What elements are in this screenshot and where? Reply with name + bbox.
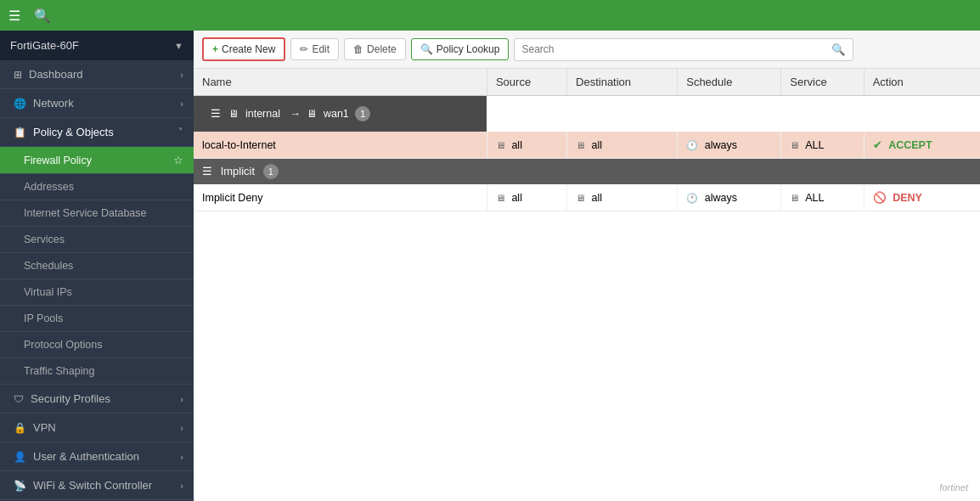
user-auth-icon: 👤 xyxy=(14,451,26,463)
device-chevron: ▼ xyxy=(174,41,183,51)
search-submit-button[interactable]: 🔍 xyxy=(825,39,853,60)
sidebar-item-internet-service-db[interactable]: Internet Service Database xyxy=(0,200,194,227)
cell-service: 🖥 ALL xyxy=(781,132,864,159)
accept-icon: ✔ xyxy=(873,139,882,151)
table-header-row: Name Source Destination Schedule Service… xyxy=(194,69,980,96)
group-from-icon: 🖥 xyxy=(228,108,239,120)
source-icon: 🖥 xyxy=(496,193,505,203)
addresses-label: Addresses xyxy=(24,181,74,193)
sidebar-item-services[interactable]: Services xyxy=(0,227,194,253)
cell-service: 🖥 ALL xyxy=(781,184,864,211)
cell-source: 🖥 all xyxy=(487,184,566,211)
schedule-icon: 🕐 xyxy=(686,193,698,203)
cell-schedule: 🕐 always xyxy=(678,132,781,159)
table-row[interactable]: Implicit Deny 🖥 all 🖥 all 🕐 always xyxy=(194,184,980,211)
sidebar-item-addresses[interactable]: Addresses xyxy=(0,174,194,200)
action-value: ACCEPT xyxy=(888,139,932,151)
network-chevron: › xyxy=(180,99,183,109)
schedule-icon: 🕐 xyxy=(686,140,698,150)
policy-lookup-icon: 🔍 xyxy=(420,43,433,55)
cell-destination: 🖥 all xyxy=(567,132,678,159)
sidebar-item-protocol-options[interactable]: Protocol Options xyxy=(0,332,194,358)
service-icon: 🖥 xyxy=(790,140,799,150)
sidebar-item-policy-objects-label: Policy & Objects xyxy=(33,126,114,138)
group-collapse-icon[interactable]: ☰ xyxy=(211,108,221,120)
implicit-label: Implicit xyxy=(221,165,255,177)
sidebar-item-traffic-shaping[interactable]: Traffic Shaping xyxy=(0,358,194,385)
policy-lookup-button[interactable]: 🔍 Policy Lookup xyxy=(411,38,510,60)
edit-button[interactable]: ✏ Edit xyxy=(290,38,339,60)
sidebar-item-policy-objects[interactable]: 📋 Policy & Objects ˅ xyxy=(0,118,194,147)
policy-objects-icon: 📋 xyxy=(14,127,26,138)
schedule-value: always xyxy=(705,139,737,151)
table-row[interactable]: local-to-Internet 🖥 all 🖥 all 🕐 always xyxy=(194,132,980,159)
group-to-icon: 🖥 xyxy=(307,108,317,120)
sidebar-item-security-profiles[interactable]: 🛡 Security Profiles › xyxy=(0,385,194,414)
sidebar-item-user-auth[interactable]: 👤 User & Authentication › xyxy=(0,442,194,471)
toolbar: + Create New ✏ Edit 🗑 Delete 🔍 Policy Lo… xyxy=(194,31,980,69)
sidebar-item-network[interactable]: 🌐 Network › xyxy=(0,89,194,118)
deny-icon: 🚫 xyxy=(873,192,887,204)
service-value: ALL xyxy=(805,139,824,151)
edit-icon: ✏ xyxy=(300,43,308,55)
group-badge: 1 xyxy=(355,106,370,121)
delete-button[interactable]: 🗑 Delete xyxy=(344,38,406,60)
sidebar-item-schedules[interactable]: Schedules xyxy=(0,253,194,279)
topbar: ☰ 🔍 xyxy=(0,0,980,31)
group-to-label: wan1 xyxy=(324,108,349,120)
sidebar-item-virtual-ips[interactable]: Virtual IPs xyxy=(0,279,194,306)
cell-source: 🖥 all xyxy=(487,132,566,159)
sidebar-item-dashboard-label: Dashboard xyxy=(29,68,83,81)
col-source: Source xyxy=(487,69,566,96)
main-layout: FortiGate-60F ▼ ⊞ Dashboard › 🌐 Network … xyxy=(0,31,980,501)
device-selector[interactable]: FortiGate-60F ▼ xyxy=(0,31,194,60)
traffic-shaping-label: Traffic Shaping xyxy=(24,365,94,377)
sidebar: FortiGate-60F ▼ ⊞ Dashboard › 🌐 Network … xyxy=(0,31,194,501)
service-value: ALL xyxy=(805,192,824,204)
service-icon: 🖥 xyxy=(790,193,799,203)
wifi-switch-chevron: › xyxy=(180,481,183,491)
protocol-options-label: Protocol Options xyxy=(24,339,102,351)
col-service: Service xyxy=(781,69,864,96)
services-label: Services xyxy=(24,234,65,245)
col-name: Name xyxy=(194,69,487,96)
cell-name: local-to-Internet xyxy=(194,132,487,159)
sidebar-item-ip-pools[interactable]: IP Pools xyxy=(0,306,194,332)
wifi-switch-icon: 📡 xyxy=(14,480,26,492)
schedules-label: Schedules xyxy=(24,260,73,272)
sidebar-item-dashboard[interactable]: ⊞ Dashboard › xyxy=(0,60,194,89)
search-input[interactable] xyxy=(515,39,825,59)
action-value: DENY xyxy=(893,192,922,204)
edit-label: Edit xyxy=(312,43,329,55)
implicit-badge: 1 xyxy=(263,164,279,179)
policy-table: Name Source Destination Schedule Service… xyxy=(194,69,980,211)
sidebar-item-vpn[interactable]: 🔒 VPN › xyxy=(0,414,194,442)
user-auth-chevron: › xyxy=(180,452,183,462)
vpn-chevron: › xyxy=(180,423,183,433)
source-value: all xyxy=(511,192,522,204)
sidebar-item-user-auth-label: User & Authentication xyxy=(33,450,139,463)
create-new-button[interactable]: + Create New xyxy=(202,37,285,61)
sidebar-item-wifi-switch[interactable]: 📡 WiFi & Switch Controller › xyxy=(0,471,194,500)
sidebar-item-security-profiles-label: Security Profiles xyxy=(31,392,110,405)
firewall-policy-label: Firewall Policy xyxy=(24,155,92,166)
implicit-collapse-icon[interactable]: ☰ xyxy=(202,165,212,177)
delete-label: Delete xyxy=(367,43,397,55)
cell-schedule: 🕐 always xyxy=(678,184,781,211)
group-implicit[interactable]: ☰ Implicit 1 xyxy=(194,159,980,185)
sidebar-item-firewall-policy[interactable]: Firewall Policy ☆ xyxy=(0,147,194,174)
security-profiles-chevron: › xyxy=(180,394,183,404)
sidebar-item-vpn-label: VPN xyxy=(33,421,56,434)
destination-value: all xyxy=(592,192,603,204)
dashboard-icon: ⊞ xyxy=(14,69,22,81)
destination-icon: 🖥 xyxy=(576,193,585,203)
menu-icon[interactable]: ☰ xyxy=(8,8,20,24)
col-action: Action xyxy=(864,69,980,96)
firewall-policy-star: ☆ xyxy=(173,154,183,166)
group-internal-wan1[interactable]: ☰ 🖥 internal → 🖥 wan1 1 xyxy=(194,96,487,132)
schedule-value: always xyxy=(705,192,737,204)
cell-action: ✔ ACCEPT xyxy=(864,132,980,159)
col-schedule: Schedule xyxy=(678,69,781,96)
topbar-search-icon[interactable]: 🔍 xyxy=(34,8,51,24)
cell-destination: 🖥 all xyxy=(567,184,678,211)
